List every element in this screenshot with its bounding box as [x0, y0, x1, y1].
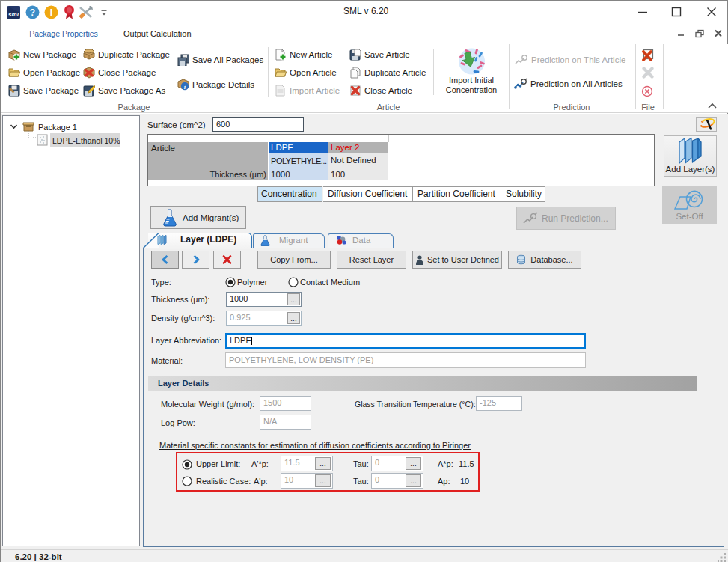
svg-text:?: ?: [30, 7, 35, 18]
svg-text:i: i: [50, 7, 52, 18]
svg-text:sml: sml: [8, 11, 19, 18]
